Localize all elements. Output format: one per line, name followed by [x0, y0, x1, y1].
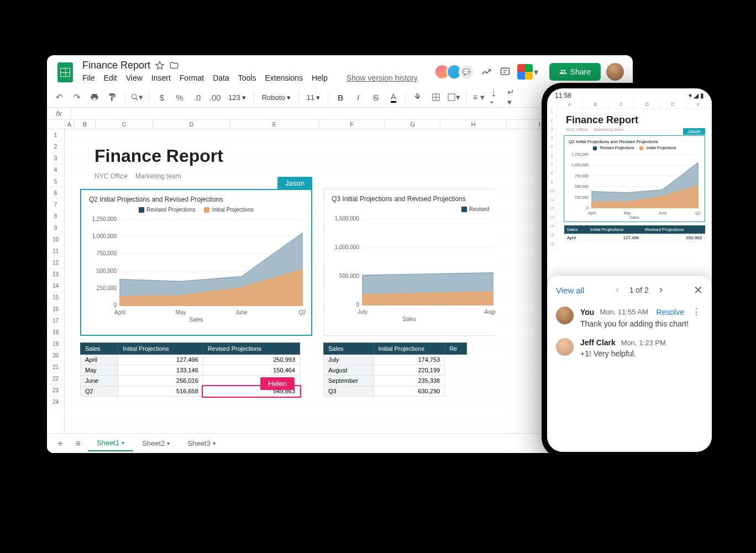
table-cell[interactable]: 630,290	[374, 386, 444, 397]
chart-q2[interactable]: Jason Q2 Initial Projections and Revised…	[80, 189, 312, 336]
row-number[interactable]: 22	[47, 373, 64, 385]
borders-icon[interactable]	[429, 91, 443, 104]
strike-icon[interactable]: S	[369, 91, 382, 104]
row-number[interactable]: 10	[47, 234, 64, 245]
percent-icon[interactable]: %	[173, 91, 186, 104]
phone-col-header[interactable]: D	[634, 101, 660, 108]
row-number[interactable]: 12	[47, 257, 64, 268]
star-icon[interactable]	[155, 61, 165, 71]
phone-col-header[interactable]: C	[608, 101, 634, 108]
wrap-icon[interactable]: ↵ ▾	[507, 91, 521, 104]
prev-icon[interactable]	[612, 285, 623, 296]
font-size-dropdown[interactable]: 11 ▾	[305, 93, 322, 102]
resolve-button[interactable]: Resolve	[656, 308, 684, 317]
sheet-tab[interactable]: Sheet3 ▾	[179, 434, 224, 452]
row-number[interactable]: 7	[47, 199, 64, 210]
row-number[interactable]: 19	[47, 338, 64, 350]
document-title[interactable]: Finance Report	[82, 60, 150, 71]
explore-icon[interactable]	[480, 65, 493, 78]
h-align-icon[interactable]: ≡ ▾	[472, 91, 485, 104]
table-cell[interactable]: Q3	[324, 386, 374, 397]
row-number[interactable]: 13	[47, 268, 64, 280]
phone-col-header[interactable]: F	[686, 101, 712, 108]
table-cell[interactable]: 220,199	[374, 365, 444, 376]
column-header[interactable]: A	[65, 120, 75, 129]
merge-icon[interactable]: ▾	[447, 91, 460, 104]
row-number[interactable]: 16	[47, 303, 64, 315]
table-cell[interactable]: 174,753	[374, 355, 444, 365]
view-all-link[interactable]: View all	[556, 286, 584, 295]
currency-icon[interactable]: $	[155, 91, 169, 104]
row-number[interactable]: 17	[47, 315, 64, 326]
meet-icon[interactable]	[517, 64, 533, 80]
column-header[interactable]: F	[319, 120, 385, 129]
table-row[interactable]: Q3630,290	[324, 386, 467, 397]
version-history-link[interactable]: Show version history	[347, 73, 418, 82]
table-cell[interactable]: 127,496	[118, 355, 203, 365]
v-align-icon[interactable]: ⭭ ▾	[490, 91, 503, 104]
table-cell[interactable]: 133,146	[118, 365, 203, 376]
phone-col-header[interactable]: A	[557, 101, 583, 108]
zoom-icon[interactable]: ▾	[130, 91, 144, 104]
menu-help[interactable]: Help	[312, 73, 328, 82]
all-sheets-icon[interactable]: ≡	[70, 436, 86, 451]
row-number[interactable]: 1	[47, 129, 64, 141]
collaborator-avatars[interactable]: 💬	[438, 64, 474, 80]
move-to-folder-icon[interactable]	[169, 61, 179, 71]
row-number[interactable]: 9	[47, 222, 64, 234]
phone-table[interactable]: SalesInitial ProjectionsRevised Projecti…	[564, 225, 705, 242]
row-number[interactable]: 8	[47, 210, 64, 222]
next-icon[interactable]	[655, 285, 666, 296]
italic-icon[interactable]: I	[351, 91, 365, 104]
sheet-tab[interactable]: Sheet1 ▾	[88, 434, 133, 452]
column-header[interactable]: B	[75, 120, 96, 129]
row-number[interactable]: 14	[47, 280, 64, 292]
phone-chart[interactable]: Jason Q2 Initial Projections and Revised…	[564, 135, 705, 222]
add-sheet-icon[interactable]: +	[53, 436, 68, 451]
table-cell[interactable]: 235,338	[374, 376, 444, 386]
table-cell[interactable]: 256,016	[118, 376, 203, 386]
table-cell[interactable]: 127,496	[587, 234, 642, 241]
menu-view[interactable]: View	[126, 73, 143, 82]
avatar-more[interactable]: 💬	[459, 64, 474, 80]
column-header[interactable]: H	[440, 120, 507, 129]
table-cell[interactable]: 150,464	[203, 365, 300, 376]
meet-dropdown-icon[interactable]: ▾	[534, 67, 544, 77]
table-cell[interactable]: July	[324, 355, 374, 365]
row-number[interactable]: 3	[47, 152, 64, 164]
table-row[interactable]: September235,338	[324, 376, 467, 386]
print-icon[interactable]	[88, 91, 101, 104]
table-row[interactable]: August220,199	[324, 365, 467, 376]
column-header[interactable]: C	[96, 120, 153, 129]
row-number[interactable]: 2	[47, 141, 64, 152]
font-dropdown[interactable]: Roboto ▾	[260, 93, 293, 102]
menu-insert[interactable]: Insert	[151, 73, 171, 82]
table-cell[interactable]: 250,993	[642, 234, 705, 241]
column-header[interactable]: G	[385, 120, 440, 129]
bold-icon[interactable]: B	[334, 91, 347, 104]
row-number[interactable]: 15	[47, 292, 64, 303]
table-cell[interactable]: September	[324, 376, 374, 386]
fill-color-icon[interactable]	[412, 91, 425, 104]
table-row[interactable]: July174,753	[324, 355, 467, 365]
row-number[interactable]: 4	[47, 164, 64, 176]
table-cell[interactable]: Q2	[81, 386, 118, 397]
row-number[interactable]: 21	[47, 361, 64, 373]
phone-col-header[interactable]: E	[660, 101, 686, 108]
phone-col-header[interactable]: B	[583, 101, 609, 108]
table-cell[interactable]: April	[81, 355, 118, 365]
column-header[interactable]: E	[230, 120, 319, 129]
row-number[interactable]: 5	[47, 176, 64, 187]
row-number[interactable]: 23	[47, 385, 64, 396]
menu-file[interactable]: File	[82, 73, 95, 82]
undo-icon[interactable]: ↶	[53, 91, 66, 104]
menu-data[interactable]: Data	[213, 73, 229, 82]
profile-avatar[interactable]	[606, 63, 624, 81]
row-number[interactable]: 6	[47, 187, 64, 199]
inc-decimal-icon[interactable]: .00	[208, 91, 222, 104]
table-row[interactable]: April127,496250,993	[564, 234, 705, 241]
column-header[interactable]: D	[153, 120, 230, 129]
table-cell[interactable]: 516,658	[118, 386, 203, 397]
comment-history-icon[interactable]	[498, 65, 512, 78]
menu-tools[interactable]: Tools	[238, 73, 256, 82]
